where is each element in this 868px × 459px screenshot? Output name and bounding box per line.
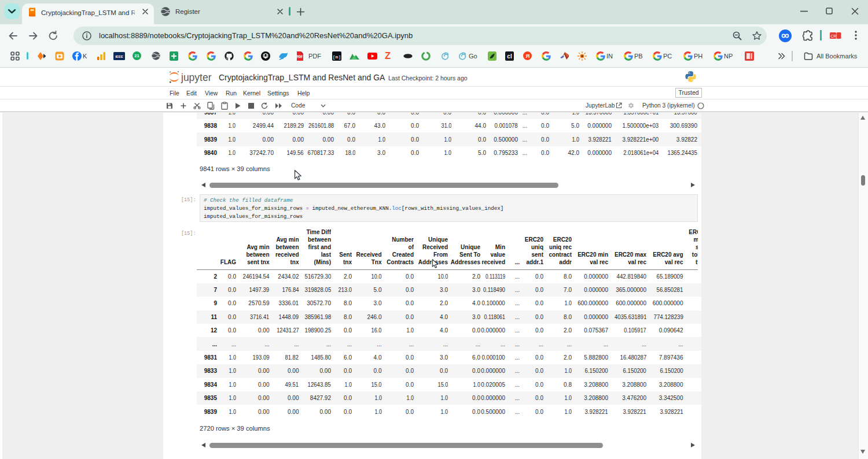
svg-text:Я: Я — [525, 53, 529, 59]
svg-text:[m]: [m] — [333, 54, 341, 60]
svg-text:21: 21 — [134, 53, 139, 58]
svg-text:PDF: PDF — [296, 55, 303, 58]
svg-text:IEEE: IEEE — [115, 55, 123, 58]
svg-text:CR: CR — [831, 34, 837, 38]
svg-text:cl: cl — [507, 53, 512, 60]
